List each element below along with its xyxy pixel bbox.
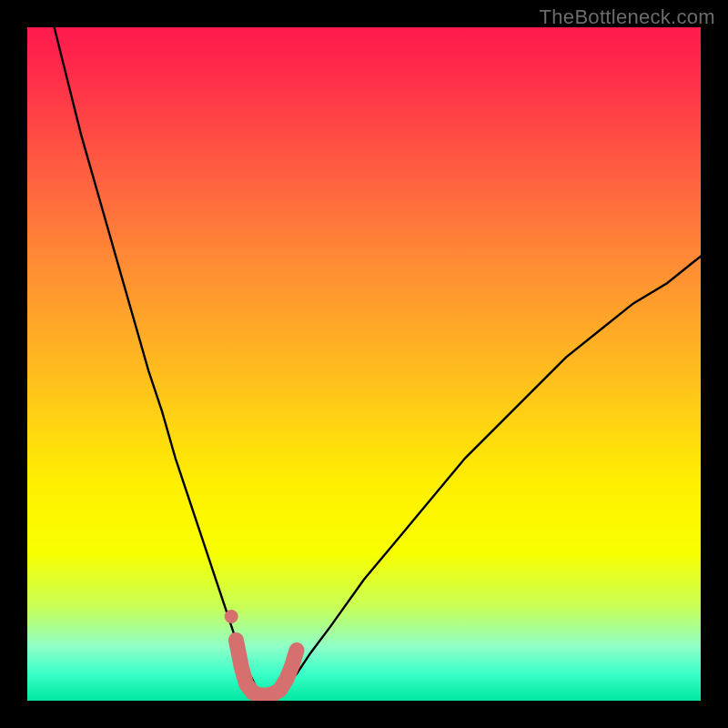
valley-highlight-path	[236, 640, 297, 695]
watermark-text: TheBottleneck.com	[540, 5, 715, 29]
curve-layer	[27, 27, 701, 701]
valley-highlight-dot	[225, 610, 238, 623]
valley-highlight	[225, 610, 297, 695]
chart-frame: TheBottleneck.com	[0, 0, 728, 728]
plot-area	[27, 27, 701, 701]
bottleneck-curve	[55, 27, 701, 694]
